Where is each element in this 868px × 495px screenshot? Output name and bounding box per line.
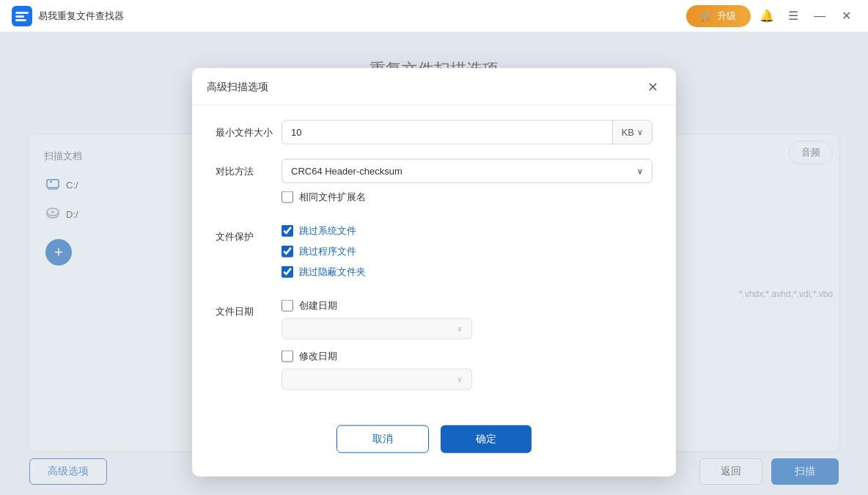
menu-icon: ☰ [788, 9, 798, 23]
menu-button[interactable]: ☰ [783, 6, 803, 26]
file-size-input[interactable] [282, 120, 612, 143]
skip-hidden-label[interactable]: 跳过隐蔽文件夹 [299, 265, 366, 278]
svg-rect-3 [15, 19, 26, 21]
file-date-row: 文件日期 创建日期 ∨ 修改日期 [216, 298, 652, 389]
dialog-close-icon: ✕ [647, 78, 658, 95]
file-protection-label: 文件保护 [216, 224, 282, 243]
title-bar-right: 🛒 升级 🔔 ☰ — ✕ [686, 5, 856, 27]
unit-label: KB [622, 126, 634, 137]
skip-hidden-checkbox[interactable] [282, 265, 293, 277]
file-date-label: 文件日期 [216, 298, 282, 318]
same-extension-checkbox[interactable] [282, 191, 293, 202]
close-button[interactable]: ✕ [836, 6, 856, 26]
skip-hidden-row: 跳过隐蔽文件夹 [282, 265, 652, 278]
advanced-scan-dialog: 高级扫描选项 ✕ 最小文件大小 KB ∨ [192, 67, 676, 476]
modify-date-checkbox[interactable] [282, 350, 293, 362]
notification-icon: 🔔 [760, 9, 774, 23]
close-icon: ✕ [842, 9, 851, 23]
svg-rect-2 [15, 15, 24, 18]
skip-system-label[interactable]: 跳过系统文件 [299, 224, 356, 237]
minimize-button[interactable]: — [809, 6, 830, 26]
cart-icon: 🛒 [701, 10, 713, 21]
file-size-unit[interactable]: KB ∨ [612, 120, 652, 143]
title-bar-left: 易我重复文件查找器 [12, 6, 124, 26]
compare-method-label: 对比方法 [216, 158, 282, 177]
chevron-down-icon: ∨ [457, 323, 463, 333]
dialog-footer: 取消 确定 [192, 425, 676, 452]
create-date-checkbox[interactable] [282, 299, 293, 311]
min-file-size-label: 最小文件大小 [216, 120, 282, 139]
same-extension-label[interactable]: 相同文件扩展名 [299, 190, 366, 203]
compare-method-row: 对比方法 CRC64 Header-checksum ∨ 相同文件扩展名 [216, 158, 652, 209]
skip-program-checkbox[interactable] [282, 245, 293, 257]
chevron-down-icon: ∨ [637, 127, 643, 136]
app-title: 易我重复文件查找器 [38, 10, 124, 23]
skip-program-label[interactable]: 跳过程序文件 [299, 244, 356, 257]
min-file-size-row: 最小文件大小 KB ∨ [216, 120, 652, 144]
dialog-title: 高级扫描选项 [207, 80, 268, 93]
file-size-input-group: KB ∨ [282, 120, 652, 144]
dialog-header: 高级扫描选项 ✕ [192, 67, 676, 105]
min-file-size-control: KB ∨ [282, 120, 652, 144]
dialog-close-button[interactable]: ✕ [644, 78, 661, 95]
compare-method-value: CRC64 Header-checksum [291, 165, 402, 176]
modify-date-label[interactable]: 修改日期 [299, 349, 337, 362]
notification-button[interactable]: 🔔 [757, 6, 777, 26]
chevron-down-icon: ∨ [457, 374, 463, 384]
app-icon [12, 6, 32, 26]
create-date-row: 创建日期 [282, 298, 652, 312]
chevron-down-icon: ∨ [637, 166, 643, 175]
dialog-body: 最小文件大小 KB ∨ 对比方法 CRC64 Header-c [192, 105, 676, 419]
compare-method-select[interactable]: CRC64 Header-checksum ∨ [282, 158, 652, 183]
upgrade-label: 升级 [717, 10, 736, 23]
create-date-label[interactable]: 创建日期 [299, 298, 337, 312]
same-extension-row: 相同文件扩展名 [282, 190, 652, 203]
create-date-select[interactable]: ∨ [282, 318, 472, 339]
cancel-button[interactable]: 取消 [336, 425, 429, 452]
title-bar: 易我重复文件查找器 🛒 升级 🔔 ☰ — ✕ [0, 0, 868, 32]
file-protection-row: 文件保护 跳过系统文件 跳过程序文件 跳过隐蔽文件夹 [216, 224, 652, 284]
skip-system-checkbox[interactable] [282, 224, 293, 236]
modify-date-select[interactable]: ∨ [282, 368, 472, 389]
file-date-control: 创建日期 ∨ 修改日期 ∨ [282, 298, 652, 389]
modify-date-row: 修改日期 [282, 349, 652, 362]
compare-method-control: CRC64 Header-checksum ∨ 相同文件扩展名 [282, 158, 652, 209]
svg-rect-1 [15, 12, 29, 14]
confirm-button[interactable]: 确定 [441, 425, 532, 452]
upgrade-button[interactable]: 🛒 升级 [686, 5, 751, 27]
skip-program-row: 跳过程序文件 [282, 244, 652, 257]
minimize-icon: — [814, 10, 825, 23]
file-protection-control: 跳过系统文件 跳过程序文件 跳过隐蔽文件夹 [282, 224, 652, 284]
main-content: 重复文件扫描选项 扫描文档 C:/ D:/ [0, 32, 868, 495]
skip-system-row: 跳过系统文件 [282, 224, 652, 237]
